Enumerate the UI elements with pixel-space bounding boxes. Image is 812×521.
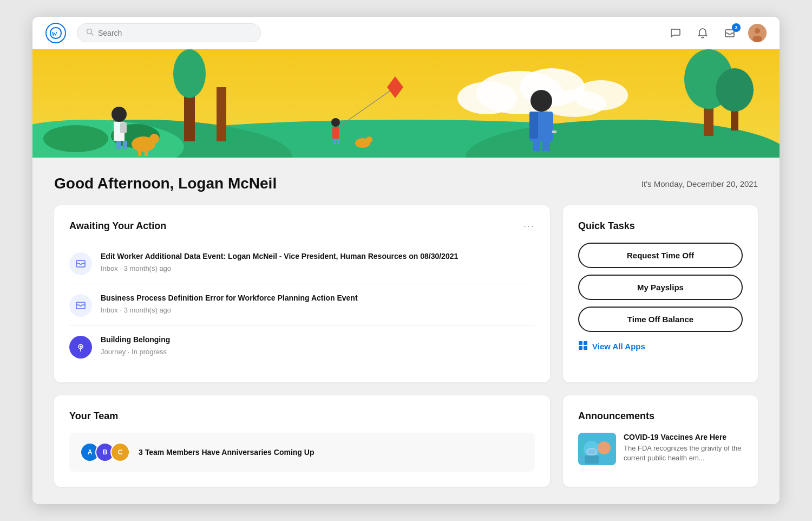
action-item-subtitle: Journey · In progress bbox=[101, 348, 170, 356]
announcements-title: Announcements bbox=[578, 411, 743, 422]
svg-rect-56 bbox=[584, 346, 587, 350]
inbox-badge: 3 bbox=[732, 23, 741, 32]
announcement-content: COVID-19 Vaccines Are Here The FDA recog… bbox=[624, 433, 743, 463]
svg-point-14 bbox=[457, 82, 517, 114]
svg-point-5 bbox=[755, 28, 760, 34]
logo-area: w bbox=[45, 23, 66, 43]
svg-rect-48 bbox=[552, 131, 556, 133]
svg-rect-33 bbox=[123, 141, 127, 149]
journey-action-icon bbox=[69, 336, 92, 359]
action-item[interactable]: Building Belonging Journey · In progress bbox=[69, 326, 535, 367]
content-grid: Awaiting Your Action ··· Edit Worker Add… bbox=[54, 205, 758, 382]
svg-rect-53 bbox=[579, 341, 582, 345]
svg-rect-54 bbox=[584, 341, 587, 345]
team-sub-card[interactable]: A B C 3 Team Members Have Anniversaries … bbox=[69, 433, 535, 472]
announcement-title-text: COVID-19 Vaccines Are Here bbox=[624, 433, 743, 441]
svg-rect-36 bbox=[332, 127, 339, 139]
announcement-image bbox=[578, 433, 616, 465]
nav-right: 3 bbox=[667, 24, 767, 42]
user-avatar[interactable] bbox=[748, 24, 767, 42]
svg-rect-34 bbox=[120, 122, 127, 133]
main-content: Good Afternoon, Logan McNeil It's Monday… bbox=[32, 158, 780, 504]
inbox-action-icon bbox=[69, 294, 92, 317]
svg-rect-47 bbox=[542, 141, 550, 151]
date-display: It's Monday, December 20, 2021 bbox=[641, 179, 758, 188]
action-item[interactable]: Edit Worker Additional Data Event: Logan… bbox=[69, 243, 535, 284]
svg-point-59 bbox=[598, 441, 611, 454]
action-item-subtitle: Inbox · 3 month(s) ago bbox=[101, 306, 358, 314]
svg-point-35 bbox=[331, 118, 340, 127]
action-item-title: Business Process Definition Error for Wo… bbox=[101, 293, 358, 304]
inbox-action-icon bbox=[69, 252, 92, 275]
time-off-balance-button[interactable]: Time Off Balance bbox=[578, 307, 743, 332]
svg-point-24 bbox=[43, 125, 108, 152]
svg-rect-62 bbox=[585, 455, 599, 464]
svg-rect-29 bbox=[145, 148, 148, 156]
svg-rect-50 bbox=[76, 302, 85, 309]
team-sub-text: 3 Team Members Have Anniversaries Coming… bbox=[139, 448, 314, 457]
workday-logo[interactable]: w bbox=[45, 23, 66, 43]
your-team-card: Your Team A B C 3 Team Members Have Anni… bbox=[54, 395, 550, 487]
view-all-apps-button[interactable]: View All Apps bbox=[578, 338, 743, 354]
svg-rect-38 bbox=[337, 139, 340, 144]
announcement-item[interactable]: COVID-19 Vaccines Are Here The FDA recog… bbox=[578, 433, 743, 465]
quick-tasks-card: Quick Tasks Request Time Off My Payslips… bbox=[563, 205, 758, 382]
svg-point-6 bbox=[752, 36, 762, 42]
svg-point-27 bbox=[149, 134, 159, 144]
card-header: Awaiting Your Action ··· bbox=[69, 220, 535, 232]
bell-button[interactable] bbox=[694, 24, 711, 42]
svg-rect-23 bbox=[217, 87, 226, 141]
svg-rect-32 bbox=[116, 141, 121, 149]
svg-point-43 bbox=[531, 90, 552, 112]
svg-rect-49 bbox=[76, 260, 85, 267]
action-item-content: Edit Worker Additional Data Event: Logan… bbox=[101, 251, 458, 272]
svg-rect-28 bbox=[138, 148, 141, 156]
action-item-content: Business Process Definition Error for Wo… bbox=[101, 293, 358, 314]
request-time-off-button[interactable]: Request Time Off bbox=[578, 243, 743, 268]
search-input[interactable] bbox=[98, 29, 252, 37]
hero-banner bbox=[32, 49, 780, 158]
svg-rect-45 bbox=[529, 112, 538, 139]
bottom-grid: Your Team A B C 3 Team Members Have Anni… bbox=[54, 395, 758, 487]
svg-rect-37 bbox=[333, 139, 336, 144]
my-payslips-button[interactable]: My Payslips bbox=[578, 275, 743, 300]
top-nav: w bbox=[32, 17, 780, 49]
search-bar[interactable] bbox=[77, 23, 261, 42]
greeting-heading: Good Afternoon, Logan McNeil bbox=[54, 175, 277, 192]
svg-rect-55 bbox=[579, 346, 582, 350]
grid-icon bbox=[578, 341, 588, 352]
chat-button[interactable] bbox=[667, 24, 684, 42]
announcements-card: Announcements bbox=[563, 395, 758, 487]
browser-window: w bbox=[32, 17, 780, 504]
svg-point-20 bbox=[716, 68, 754, 112]
action-item-title: Building Belonging bbox=[101, 335, 170, 346]
action-item-title: Edit Worker Additional Data Event: Logan… bbox=[101, 251, 458, 262]
quick-tasks-title: Quick Tasks bbox=[578, 220, 743, 232]
team-avatar-group: A B C bbox=[80, 442, 130, 462]
action-item[interactable]: Business Process Definition Error for Wo… bbox=[69, 284, 535, 326]
svg-point-52 bbox=[80, 346, 82, 348]
awaiting-action-card: Awaiting Your Action ··· Edit Worker Add… bbox=[54, 205, 550, 382]
team-avatar: C bbox=[110, 442, 130, 462]
svg-point-22 bbox=[173, 49, 206, 98]
greeting-row: Good Afternoon, Logan McNeil It's Monday… bbox=[54, 175, 758, 192]
svg-point-61 bbox=[587, 449, 596, 454]
svg-point-40 bbox=[366, 136, 372, 143]
svg-rect-46 bbox=[533, 141, 540, 151]
action-item-subtitle: Inbox · 3 month(s) ago bbox=[101, 264, 458, 272]
action-item-content: Building Belonging Journey · In progress bbox=[101, 335, 170, 356]
more-options-button[interactable]: ··· bbox=[523, 220, 535, 232]
inbox-button[interactable]: 3 bbox=[721, 24, 738, 42]
announcement-body-text: The FDA recognizes the gravity of the cu… bbox=[624, 444, 743, 463]
search-icon bbox=[86, 28, 94, 37]
svg-text:w: w bbox=[52, 29, 57, 37]
view-all-apps-label: View All Apps bbox=[592, 342, 645, 351]
your-team-title: Your Team bbox=[69, 411, 535, 422]
svg-point-30 bbox=[112, 107, 127, 122]
awaiting-action-title: Awaiting Your Action bbox=[69, 220, 166, 232]
svg-line-2 bbox=[91, 34, 94, 36]
